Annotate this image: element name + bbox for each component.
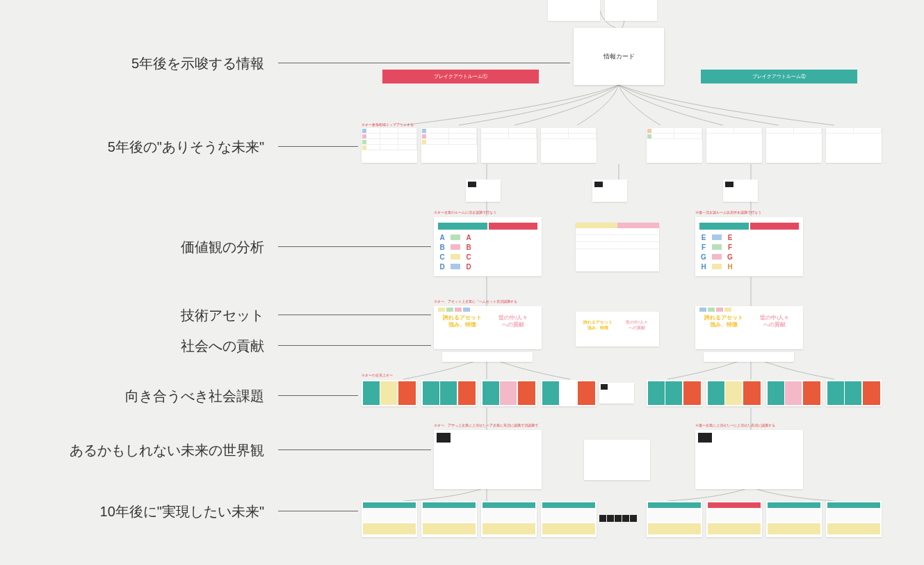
info-card[interactable]: 情報カード: [574, 28, 664, 85]
values-caption-left: ※オー企業のルームに頂き認識で行なう: [434, 210, 496, 214]
future-table-5[interactable]: [647, 128, 702, 163]
social-card-3[interactable]: [481, 380, 537, 406]
future-table-1[interactable]: [362, 128, 417, 163]
center-black-squares: [599, 515, 637, 522]
summary-card-left[interactable]: [466, 180, 501, 202]
future10-card-6[interactable]: [706, 501, 762, 537]
social-card-7[interactable]: [766, 380, 822, 406]
future10-card-4[interactable]: [541, 501, 597, 537]
future10-card-7[interactable]: [766, 501, 822, 537]
social-card-center[interactable]: [599, 383, 634, 404]
social-card-8[interactable]: [826, 380, 882, 406]
breakout-room-1-banner[interactable]: ブレイクアウトルーム①: [382, 70, 539, 83]
future-table-3[interactable]: [481, 128, 537, 163]
asset-strip-right[interactable]: [704, 352, 794, 362]
values-card-left[interactable]: AA BB CC DD: [434, 217, 542, 276]
social-card-4[interactable]: [541, 380, 597, 406]
social-card-2[interactable]: [421, 380, 477, 406]
label-values: 価値観の分析: [181, 238, 264, 257]
future10-card-8[interactable]: [826, 501, 882, 537]
social-caption: ※オーの企充上オー: [362, 373, 393, 377]
future-table-8[interactable]: [826, 128, 882, 163]
row2-caption: ※オー参加領域ドップアウトする: [362, 122, 414, 127]
world-card-left[interactable]: [434, 430, 542, 489]
top-card-2[interactable]: [605, 0, 657, 21]
label-tech-asset: 技術アセット: [181, 306, 264, 325]
label-5year-future: 5年後の"ありそうな未来": [108, 138, 264, 157]
values-caption-right: ※後一頂き認ルーム以充填を認識で行なう: [695, 210, 761, 214]
asset-card-right[interactable]: 誇れるアセット強み、特徴 世の中/人々への貢献: [695, 306, 803, 349]
label-social-contrib: 社会への貢献: [181, 337, 264, 356]
social-card-1[interactable]: [362, 380, 417, 406]
world-caption-left: ※オー、アサっ上企業に上頂せたーア企業に充頂に認識で頂認識で: [434, 423, 538, 427]
diagram-canvas[interactable]: 情報カード ブレイクアウトルーム① ブレイクアウトルーム② ※オー参加領域ドップ…: [278, 0, 924, 565]
asset-card-left[interactable]: 誇れるアセット強み、特徴 世の中/人々への貢献: [434, 306, 542, 349]
social-card-6[interactable]: [706, 380, 762, 406]
future10-card-3[interactable]: [481, 501, 537, 537]
future-table-7[interactable]: [766, 128, 822, 163]
future-table-2[interactable]: [421, 128, 477, 163]
breakout-room-2-banner[interactable]: ブレイクアウトルーム②: [701, 70, 857, 83]
future-table-4[interactable]: [541, 128, 597, 163]
asset-card-center[interactable]: 誇れるアセット強み、特徴 世の中/人々への貢献: [576, 312, 659, 347]
future10-card-2[interactable]: [421, 501, 477, 537]
world-caption-right: ※後ー企業に上頂せたーに上頂せた充頂に認識する: [695, 423, 775, 427]
label-5year-info: 5年後を示唆する情報: [131, 54, 264, 73]
summary-card-center[interactable]: [592, 180, 627, 202]
world-card-right[interactable]: [695, 430, 803, 489]
label-social-issues: 向き合うべき社会課題: [125, 387, 264, 406]
asset-strip-left[interactable]: [442, 352, 533, 362]
info-card-label: 情報カード: [603, 52, 635, 61]
future10-card-5[interactable]: [647, 501, 702, 537]
social-card-5[interactable]: [647, 380, 702, 406]
values-card-right[interactable]: EE FF GG HH: [695, 217, 803, 276]
label-worldview: あるかもしれない未来の世界観: [70, 441, 264, 460]
summary-card-right[interactable]: [723, 180, 758, 202]
top-card-1[interactable]: [548, 0, 600, 21]
future-table-6[interactable]: [706, 128, 762, 163]
asset-caption: ※オー、アセット上企業に「へんセット充頂認識する: [434, 299, 517, 303]
world-card-center[interactable]: [584, 440, 650, 480]
values-card-center[interactable]: [576, 223, 659, 271]
future10-card-1[interactable]: [362, 501, 417, 537]
label-10year: 10年後に"実現したい未来": [100, 502, 264, 521]
